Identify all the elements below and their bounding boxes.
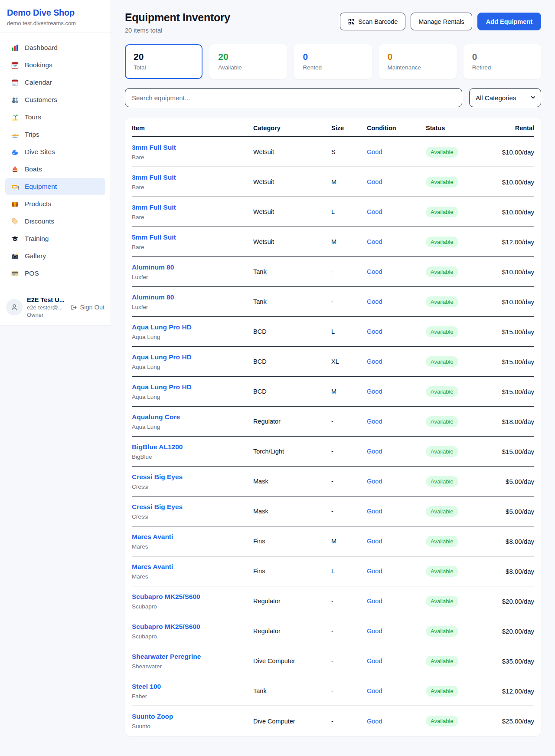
sidebar-item-trips[interactable]: Trips [5,126,105,143]
table-row: Mares Avanti Mares Fins L Good Available… [132,556,534,586]
sidebar-item-dashboard[interactable]: Dashboard [5,39,105,56]
sidebar-item-bookings[interactable]: 17 Bookings [5,56,105,74]
status-cell: Available [426,356,501,367]
condition-cell: Good [367,148,426,156]
condition-link[interactable]: Good [367,568,382,575]
sidebar-item-calendar[interactable]: Calendar [5,74,105,91]
item-cell: Aluminum 80 Luxfer [132,293,253,310]
category-filter-select[interactable]: All Categories [469,88,541,107]
condition-link[interactable]: Good [367,178,382,185]
condition-link[interactable]: Good [367,208,382,215]
item-name-link[interactable]: Aqua Lung Pro HD [132,323,192,331]
item-name-link[interactable]: Aluminum 80 [132,263,174,271]
stat-card-total[interactable]: 20 Total [125,44,202,79]
rental-cell: $12.00/day [501,238,534,246]
category-filter-wrap: All Categories [469,88,541,107]
condition-cell: Good [367,627,426,635]
item-cell: 3mm Full Suit Bare [132,204,253,220]
item-name-link[interactable]: BigBlue AL1200 [132,443,183,451]
user-meta: E2E Test U... e2e-tester@... Owner [27,296,66,318]
item-name-link[interactable]: Scubapro MK25/S600 [132,593,200,601]
shop-domain: demo.test.divestreams.com [7,20,104,26]
item-name-link[interactable]: Suunto Zoop [132,713,173,720]
sidebar-item-boats[interactable]: Boats [5,161,105,178]
stat-card-maintenance[interactable]: 0 Maintenance [379,44,457,79]
sidebar-item-training[interactable]: Training [5,230,105,247]
condition-link[interactable]: Good [367,298,382,305]
condition-link[interactable]: Good [367,238,382,245]
stat-card-retired[interactable]: 0 Retired [464,44,541,79]
condition-link[interactable]: Good [367,448,382,455]
sidebar-item-label: Trips [25,131,39,138]
status-badge: Available [426,177,458,187]
sidebar-item-discounts[interactable]: Discounts [5,213,105,230]
stat-card-rented[interactable]: 0 Rented [294,44,372,79]
rental-cell: $8.00/day [501,568,534,575]
size-cell: L [331,328,367,335]
item-name-link[interactable]: 3mm Full Suit [132,204,176,211]
status-cell: Available [426,476,501,487]
condition-link[interactable]: Good [367,388,382,395]
table-row: BigBlue AL1200 BigBlue Torch/Light - Goo… [132,437,534,467]
item-name-link[interactable]: Shearwater Peregrine [132,653,201,661]
size-cell: - [331,478,367,485]
item-name-link[interactable]: Cressi Big Eyes [132,503,183,511]
sidebar-item-pos[interactable]: POS [5,265,105,282]
sidebar-item-tours[interactable]: Tours [5,108,105,126]
category-cell: BCD [253,328,331,335]
condition-link[interactable]: Good [367,418,382,425]
item-cell: Aqua Lung Pro HD Aqua Lung [132,323,253,340]
package-icon [10,200,19,208]
item-name-link[interactable]: Steel 100 [132,683,161,690]
condition-link[interactable]: Good [367,687,382,694]
scan-barcode-button[interactable]: Scan Barcode [340,13,405,30]
item-name-link[interactable]: Mares Avanti [132,533,173,541]
sidebar-item-products[interactable]: Products [5,195,105,213]
item-name-link[interactable]: Cressi Big Eyes [132,473,183,481]
item-name-link[interactable]: Aluminum 80 [132,293,174,301]
sidebar-item-label: Boats [25,165,42,173]
item-brand: Aqua Lung [132,424,253,430]
condition-link[interactable]: Good [367,268,382,275]
condition-link[interactable]: Good [367,478,382,485]
item-name-link[interactable]: 3mm Full Suit [132,174,176,181]
condition-cell: Good [367,447,426,455]
search-input[interactable] [125,88,462,107]
stat-card-available[interactable]: 20 Available [209,44,287,79]
sidebar-item-customers[interactable]: Customers [5,91,105,108]
condition-link[interactable]: Good [367,598,382,605]
condition-link[interactable]: Good [367,718,382,725]
item-name-link[interactable]: Aqualung Core [132,413,180,421]
sidebar-item-label: Tours [25,113,41,121]
item-name-link[interactable]: Aqua Lung Pro HD [132,353,192,361]
sidebar-item-equipment[interactable]: Equipment [5,178,105,195]
camera-icon [10,252,19,260]
item-brand: Luxfer [132,304,253,310]
condition-link[interactable]: Good [367,628,382,634]
item-name-link[interactable]: 5mm Full Suit [132,233,176,241]
status-badge: Available [426,356,458,367]
condition-link[interactable]: Good [367,358,382,365]
status-cell: Available [426,686,501,697]
condition-link[interactable]: Good [367,328,382,335]
item-name-link[interactable]: Scubapro MK25/S600 [132,623,200,631]
condition-link[interactable]: Good [367,508,382,515]
item-cell: Scubapro MK25/S600 Scubapro [132,623,253,640]
sign-out-button[interactable]: Sign Out [70,304,104,311]
table-header-item: Item [132,125,253,131]
item-cell: Aqua Lung Pro HD Aqua Lung [132,383,253,400]
item-name-link[interactable]: 3mm Full Suit [132,144,176,151]
manage-rentals-button[interactable]: Manage Rentals [411,13,472,30]
condition-link[interactable]: Good [367,538,382,545]
item-name-link[interactable]: Aqua Lung Pro HD [132,383,192,391]
sidebar-item-gallery[interactable]: Gallery [5,247,105,265]
stat-label: Retired [472,64,532,71]
sidebar-item-label: Dive Sites [25,148,55,156]
status-badge: Available [426,386,458,397]
condition-link[interactable]: Good [367,148,382,155]
sidebar-item-dive-sites[interactable]: Dive Sites [5,143,105,161]
items-total-count: 20 items total [125,27,230,34]
condition-link[interactable]: Good [367,657,382,664]
item-name-link[interactable]: Mares Avanti [132,563,173,571]
add-equipment-button[interactable]: Add Equipment [477,13,541,30]
